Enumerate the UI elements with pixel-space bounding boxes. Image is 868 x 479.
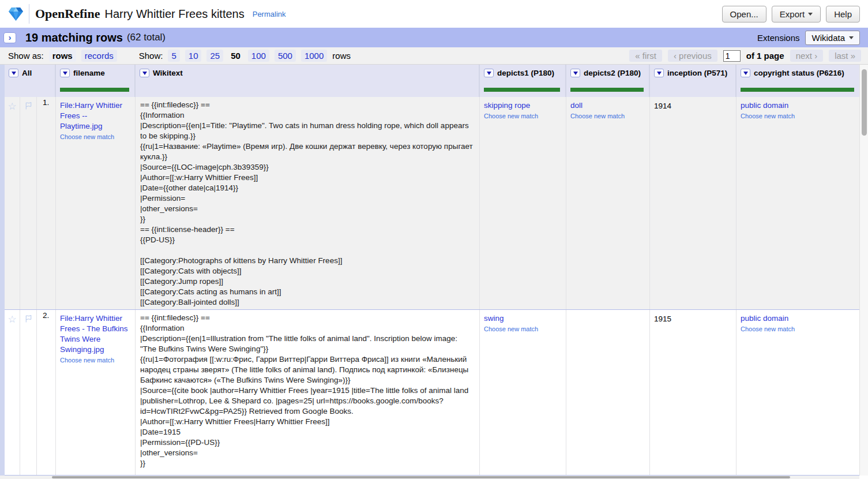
- column-label-copyright-status: copyright status (P6216): [754, 69, 844, 77]
- star-icon[interactable]: ☆: [5, 313, 20, 325]
- openrefine-diamond-icon[interactable]: [8, 6, 24, 21]
- expand-facet-panel-button[interactable]: ›: [3, 32, 16, 43]
- column-menu-inception-button[interactable]: [654, 69, 664, 77]
- column-label-depicts1: depicts1 (P180): [497, 69, 554, 77]
- page-size-100[interactable]: 100: [248, 50, 269, 62]
- triangle-down-icon: [487, 72, 491, 75]
- page-size-10[interactable]: 10: [185, 50, 202, 62]
- show-as-group: Show as: rows records: [8, 50, 117, 62]
- app-name: OpenRefine: [35, 6, 100, 21]
- row-index: 2.: [37, 310, 56, 475]
- wikitext-value[interactable]: == {{int:filedesc}} == {{Information |De…: [136, 97, 479, 308]
- flag-icon[interactable]: [24, 102, 33, 110]
- column-label-filename: filename: [73, 69, 105, 77]
- wikitext-value[interactable]: == {{int:filedesc}} == {{Information |De…: [136, 310, 479, 469]
- choose-new-match-link[interactable]: Choose new match: [60, 356, 131, 364]
- page-count-label: of 1 page: [746, 51, 784, 61]
- filename-link[interactable]: File:Harry Whittier Frees - The Bufkins …: [60, 313, 131, 355]
- mode-records-toggle[interactable]: records: [81, 50, 117, 62]
- column-header-filename: filename: [56, 65, 136, 97]
- triangle-down-icon: [743, 72, 748, 75]
- reconciliation-progress-bar: [484, 88, 560, 92]
- page-number-input[interactable]: [723, 50, 741, 62]
- data-table: All filename Wikitext: [0, 65, 859, 476]
- total-rows-count: (62 total): [127, 32, 166, 43]
- choose-new-match-link[interactable]: Choose new match: [570, 112, 645, 120]
- matching-rows-count: 19 matching rows: [25, 31, 123, 44]
- triangle-down-icon: [63, 72, 67, 75]
- page-size-500[interactable]: 500: [275, 50, 296, 62]
- column-menu-copyright-button[interactable]: [741, 69, 750, 77]
- show-as-label: Show as:: [8, 51, 44, 61]
- copyright-status-value-link[interactable]: public domain: [741, 100, 855, 111]
- inception-cell: 1915: [650, 310, 737, 475]
- summary-bar-right: Extensions Wikidata: [757, 31, 860, 45]
- triangle-down-icon: [573, 72, 578, 75]
- triangle-down-icon: [142, 72, 147, 75]
- page-size-1000[interactable]: 1000: [301, 50, 327, 62]
- depicts2-cell: doll Choose new match: [566, 97, 650, 309]
- depicts1-value-link[interactable]: swing: [484, 313, 562, 324]
- depicts1-value-link[interactable]: skipping rope: [484, 100, 562, 111]
- flag-icon[interactable]: [24, 315, 33, 323]
- mode-rows-toggle[interactable]: rows: [49, 50, 76, 62]
- reconciliation-progress-bar: [60, 88, 129, 92]
- choose-new-match-link[interactable]: Choose new match: [484, 325, 562, 333]
- summary-bar: › 19 matching rows (62 total) Extensions…: [0, 28, 868, 47]
- caret-down-icon: [849, 36, 854, 39]
- flag-cell: [20, 97, 37, 309]
- column-menu-wikitext-button[interactable]: [140, 69, 149, 77]
- choose-new-match-link[interactable]: Choose new match: [741, 112, 855, 120]
- horizontal-scrollbar[interactable]: [0, 476, 859, 479]
- reconciliation-progress-bar: [741, 88, 854, 92]
- next-page-button[interactable]: next ›: [790, 50, 824, 62]
- first-page-button[interactable]: « first: [629, 50, 662, 62]
- column-menu-all-button[interactable]: [9, 69, 18, 77]
- column-header-depicts1: depicts1 (P180): [480, 65, 566, 97]
- wikidata-extension-button[interactable]: Wikidata: [805, 31, 860, 45]
- vertical-scrollbar-thumb[interactable]: [862, 69, 867, 136]
- column-label-all: All: [22, 69, 32, 77]
- horizontal-scrollbar-thumb[interactable]: [52, 476, 790, 478]
- page-size-50-selected[interactable]: 50: [228, 50, 243, 62]
- top-bar: OpenRefine Harry Whittier Frees kittens …: [0, 0, 868, 28]
- table-row: ☆ 2. File:Harry Whittier Frees - The Buf…: [5, 310, 859, 476]
- project-title[interactable]: Harry Whittier Frees kittens: [104, 8, 244, 21]
- permalink-link[interactable]: Permalink: [253, 10, 286, 18]
- export-button-label: Export: [780, 9, 805, 19]
- last-page-button[interactable]: last »: [829, 50, 861, 62]
- column-menu-depicts1-button[interactable]: [484, 69, 494, 77]
- depicts1-cell: skipping rope Choose new match: [480, 97, 566, 309]
- view-toolbar: Show as: rows records Show: 5 10 25 50 1…: [0, 47, 868, 65]
- row-index: 1.: [37, 97, 56, 309]
- depicts2-value-link[interactable]: doll: [570, 100, 645, 111]
- export-button[interactable]: Export: [772, 6, 821, 23]
- filename-link[interactable]: File:Harry Whittier Frees -- Playtime.jp…: [60, 100, 131, 132]
- column-menu-depicts2-button[interactable]: [570, 69, 580, 77]
- divider: [29, 4, 29, 24]
- vertical-scrollbar[interactable]: [859, 65, 868, 476]
- column-header-all: All: [5, 65, 56, 97]
- choose-new-match-link[interactable]: Choose new match: [741, 325, 855, 333]
- inception-value[interactable]: 1915: [654, 315, 671, 323]
- inception-value[interactable]: 1914: [654, 102, 671, 110]
- star-icon[interactable]: ☆: [5, 100, 20, 113]
- copyright-status-value-link[interactable]: public domain: [741, 313, 855, 324]
- copyright-status-cell: public domain Choose new match: [737, 310, 859, 475]
- open-button[interactable]: Open...: [722, 6, 766, 23]
- column-header-wikitext: Wikitext: [136, 65, 480, 97]
- page-size-5[interactable]: 5: [168, 50, 179, 62]
- topbar-buttons: Open... Export Help: [722, 6, 868, 23]
- choose-new-match-link[interactable]: Choose new match: [60, 133, 131, 141]
- column-header-copyright-status: copyright status (P6216): [737, 65, 859, 97]
- column-label-inception: inception (P571): [667, 69, 727, 77]
- depicts1-cell: swing Choose new match: [480, 310, 566, 475]
- choose-new-match-link[interactable]: Choose new match: [484, 112, 562, 120]
- page-size-group: Show: 5 10 25 50 100 500 1000 rows: [139, 50, 351, 62]
- page-size-25[interactable]: 25: [206, 50, 223, 62]
- help-button[interactable]: Help: [826, 6, 860, 23]
- triangle-down-icon: [12, 72, 16, 75]
- previous-page-button[interactable]: ‹ previous: [668, 50, 717, 62]
- inception-cell: 1914: [650, 97, 737, 309]
- column-menu-filename-button[interactable]: [60, 69, 70, 77]
